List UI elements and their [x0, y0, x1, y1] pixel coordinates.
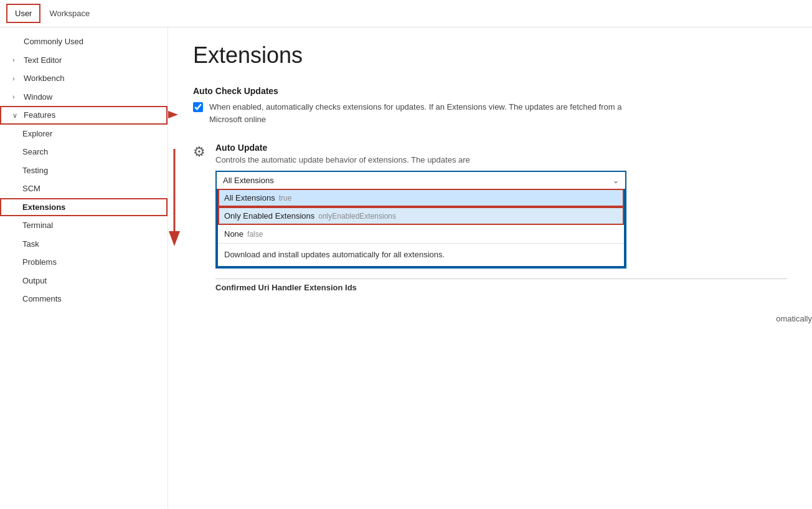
option-enabled-label: Only Enabled Extensions — [224, 211, 314, 221]
sidebar-item-comments[interactable]: Comments — [0, 290, 168, 308]
truncated-auto-text: omatically — [776, 314, 812, 323]
confirmed-uri-label: Confirmed Uri Handler Extension Ids — [215, 278, 787, 292]
select-wrapper[interactable]: All Extensions ⌄ All Extensions true Onl… — [215, 171, 626, 269]
option-none-label: None — [224, 229, 243, 239]
auto-check-updates-section: Auto Check Updates When enabled, automat… — [193, 86, 787, 125]
sidebar-item-terminal[interactable]: Terminal — [0, 216, 168, 235]
dropdown-description: Download and install updates automatical… — [218, 243, 624, 266]
select-display[interactable]: All Extensions ⌄ — [217, 172, 625, 189]
auto-update-label: Auto Update — [215, 143, 787, 153]
sidebar-item-features[interactable]: ∨ Features — [0, 106, 168, 125]
sidebar: Commonly Used › Text Editor › Workbench … — [0, 27, 168, 509]
arrow-check-svg — [168, 102, 187, 127]
option-all-label: All Extensions — [224, 193, 275, 202]
auto-update-content: Auto Update Controls the automatic updat… — [215, 143, 787, 292]
gear-icon: ⚙ — [193, 144, 205, 160]
sidebar-item-explorer[interactable]: Explorer — [0, 125, 168, 143]
main-layout: Commonly Used › Text Editor › Workbench … — [0, 27, 812, 509]
dropdown-list: All Extensions true Only Enabled Extensi… — [217, 189, 625, 267]
select-value: All Extensions — [223, 176, 274, 185]
sidebar-item-testing[interactable]: Testing — [0, 161, 168, 180]
dropdown-option-all[interactable]: All Extensions true — [218, 189, 624, 207]
chevron-right-icon: › — [12, 92, 22, 102]
sidebar-item-search[interactable]: Search — [0, 143, 168, 161]
select-chevron-icon: ⌄ — [613, 176, 619, 185]
dropdown-option-enabled[interactable]: Only Enabled Extensions onlyEnabledExten… — [218, 207, 624, 225]
arrow-update-svg — [168, 143, 187, 267]
tab-user[interactable]: User — [6, 4, 40, 23]
sidebar-item-problems[interactable]: Problems — [0, 253, 168, 272]
sidebar-item-extensions[interactable]: Extensions — [0, 198, 168, 217]
auto-check-checkbox-wrapper[interactable] — [193, 102, 203, 114]
sidebar-item-scm[interactable]: SCM — [0, 179, 168, 198]
checkbox-row: When enabled, automatically checks exten… — [193, 101, 787, 125]
sidebar-item-workbench[interactable]: › Workbench — [0, 69, 168, 88]
tabs-bar: User Workspace — [0, 0, 812, 27]
option-none-value: false — [247, 230, 263, 239]
auto-check-description: When enabled, automatically checks exten… — [209, 101, 645, 125]
content-area: Extensions Auto Check Updates When ena — [168, 27, 812, 509]
chevron-right-icon: › — [12, 74, 22, 84]
sidebar-item-output[interactable]: Output — [0, 272, 168, 290]
auto-check-updates-label: Auto Check Updates — [193, 86, 787, 96]
sidebar-item-commonly-used[interactable]: Commonly Used — [0, 32, 168, 51]
sidebar-item-window[interactable]: › Window — [0, 88, 168, 107]
auto-update-section: ⚙ Auto Update Controls the automatic upd… — [193, 143, 787, 292]
option-all-value: true — [279, 194, 292, 202]
option-enabled-value: onlyEnabledExtensions — [318, 212, 396, 221]
sidebar-item-task[interactable]: Task — [0, 235, 168, 254]
dropdown-option-none[interactable]: None false — [218, 225, 624, 243]
page-title: Extensions — [193, 42, 787, 69]
auto-check-checkbox[interactable] — [193, 102, 203, 112]
sidebar-item-text-editor[interactable]: › Text Editor — [0, 51, 168, 70]
chevron-down-icon: ∨ — [12, 110, 22, 121]
chevron-right-icon: › — [12, 55, 22, 65]
auto-update-description: Controls the automatic update behavior o… — [215, 155, 651, 164]
tab-workspace[interactable]: Workspace — [40, 4, 98, 23]
